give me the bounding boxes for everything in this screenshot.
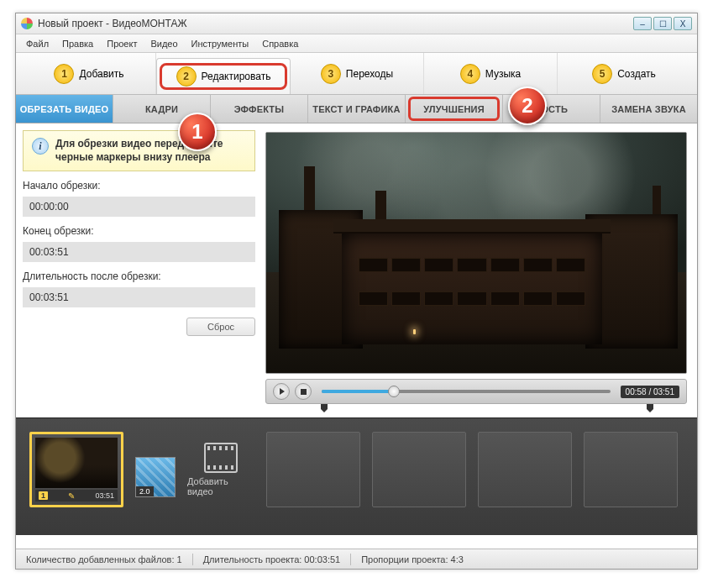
menu-file[interactable]: Файл bbox=[19, 37, 55, 50]
step-num-icon: 5 bbox=[592, 64, 612, 84]
sub-tabs: ОБРЕЗАТЬ ВИДЕО КАДРИ ЭФФЕКТЫ ТЕКСТ И ГРА… bbox=[16, 95, 697, 123]
trim-duration-label: Длительность после обрезки: bbox=[23, 270, 255, 282]
menu-project[interactable]: Проект bbox=[100, 37, 144, 50]
reset-button[interactable]: Сброс bbox=[186, 318, 255, 336]
annotation-callout-2: 2 bbox=[508, 87, 547, 125]
menu-tools[interactable]: Инструменты bbox=[185, 37, 256, 50]
clip-duration: 03:51 bbox=[95, 491, 114, 500]
timeline-empty-slot[interactable] bbox=[372, 432, 466, 507]
step-music[interactable]: 4 Музыка bbox=[424, 53, 558, 94]
tab-label: КАДРИ bbox=[145, 104, 178, 114]
timeline-empty-slot[interactable] bbox=[266, 432, 360, 507]
play-button[interactable] bbox=[273, 383, 290, 400]
app-icon bbox=[21, 18, 33, 29]
time-display: 00:58 / 03:51 bbox=[621, 386, 679, 398]
trim-markers bbox=[321, 404, 653, 414]
statusbar: Количество добавленных файлов: 1 Длитель… bbox=[16, 549, 697, 569]
clip-index: 1 bbox=[39, 491, 48, 500]
step-edit[interactable]: 2 Редактировать bbox=[156, 58, 291, 94]
stop-button[interactable] bbox=[295, 383, 312, 400]
maximize-button[interactable]: ☐ bbox=[653, 17, 672, 30]
trim-marker-end[interactable] bbox=[647, 404, 653, 412]
trim-duration-value: 00:03:51 bbox=[23, 287, 255, 307]
step-create[interactable]: 5 Создать bbox=[558, 53, 690, 94]
step-add[interactable]: 1 Добавить bbox=[23, 53, 156, 94]
seek-head[interactable] bbox=[388, 386, 400, 397]
trim-end-value[interactable]: 00:03:51 bbox=[23, 242, 255, 262]
minimize-button[interactable]: – bbox=[633, 17, 652, 30]
step-label: Создать bbox=[617, 68, 656, 80]
trim-marker-start[interactable] bbox=[321, 404, 328, 412]
tab-label: ЭФФЕКТЫ bbox=[234, 104, 285, 114]
info-box: i Для обрезки видео передвигайте черные … bbox=[23, 130, 255, 171]
step-num-icon: 4 bbox=[460, 64, 480, 84]
seek-track[interactable] bbox=[322, 390, 611, 393]
stop-icon bbox=[301, 389, 307, 395]
add-video-label: Добавить видео bbox=[187, 476, 254, 496]
play-icon bbox=[280, 388, 285, 395]
transition-cell[interactable]: 2.0 bbox=[135, 457, 176, 497]
tab-effects[interactable]: ЭФФЕКТЫ bbox=[211, 95, 308, 123]
info-text: Для обрезки видео передвигайте черные ма… bbox=[55, 138, 246, 164]
player-controls: 00:58 / 03:51 bbox=[265, 379, 687, 404]
trim-end-label: Конец обрезки: bbox=[23, 225, 255, 237]
tab-enhancements[interactable]: УЛУЧШЕНИЯ bbox=[406, 95, 503, 123]
tab-label: УЛУЧШЕНИЯ bbox=[423, 104, 485, 114]
video-preview bbox=[265, 132, 687, 374]
timeline-clip[interactable]: 1 ✎ 03:51 bbox=[29, 432, 123, 507]
tab-text-graphics[interactable]: ТЕКСТ И ГРАФИКА bbox=[308, 95, 406, 123]
info-icon: i bbox=[32, 138, 49, 155]
titlebar: Новый проект - ВидеоМОНТАЖ – ☐ X bbox=[16, 13, 697, 34]
step-label: Редактировать bbox=[202, 71, 271, 82]
timeline-empty-slot[interactable] bbox=[478, 432, 572, 507]
film-icon bbox=[204, 443, 238, 473]
step-label: Добавить bbox=[79, 68, 123, 80]
add-video-button[interactable]: Добавить видео bbox=[187, 432, 254, 507]
status-project-duration: Длительность проекта: 00:03:51 bbox=[193, 554, 351, 564]
tab-label: ЗАМЕНА ЗВУКА bbox=[611, 104, 686, 114]
status-file-count: Количество добавленных файлов: 1 bbox=[16, 554, 192, 564]
tab-label: ТЕКСТ И ГРАФИКА bbox=[312, 104, 400, 114]
step-num-icon: 1 bbox=[54, 64, 74, 84]
trim-panel: i Для обрезки видео передвигайте черные … bbox=[16, 123, 262, 417]
pencil-icon: ✎ bbox=[68, 491, 75, 501]
tab-label: ОБРЕЗАТЬ ВИДЕО bbox=[20, 104, 109, 114]
timeline: 1 ✎ 03:51 2.0 Добавить видео bbox=[16, 417, 697, 535]
tab-replace-audio[interactable]: ЗАМЕНА ЗВУКА bbox=[600, 95, 697, 123]
step-label: Музыка bbox=[485, 68, 521, 80]
menu-edit[interactable]: Правка bbox=[55, 37, 100, 50]
transition-duration: 2.0 bbox=[136, 486, 154, 496]
preview-panel: 00:58 / 03:51 bbox=[262, 123, 697, 417]
menu-help[interactable]: Справка bbox=[255, 37, 305, 50]
trim-start-label: Начало обрезки: bbox=[23, 180, 255, 192]
timeline-empty-slot[interactable] bbox=[584, 432, 678, 507]
trim-start-value[interactable]: 00:00:00 bbox=[23, 197, 255, 217]
annotation-callout-1: 1 bbox=[178, 113, 217, 151]
close-button[interactable]: X bbox=[674, 17, 692, 30]
menu-video[interactable]: Видео bbox=[144, 37, 184, 50]
steps-strip: 1 Добавить 2 Редактировать 3 Переходы 4 … bbox=[16, 53, 697, 95]
window-title: Новый проект - ВидеоМОНТАЖ bbox=[38, 18, 187, 29]
step-num-icon: 2 bbox=[176, 66, 197, 87]
step-transitions[interactable]: 3 Переходы bbox=[291, 53, 424, 94]
status-aspect-ratio: Пропорции проекта: 4:3 bbox=[351, 554, 474, 564]
tab-trim-video[interactable]: ОБРЕЗАТЬ ВИДЕО bbox=[16, 95, 113, 123]
step-label: Переходы bbox=[346, 68, 393, 80]
menubar: Файл Правка Проект Видео Инструменты Спр… bbox=[16, 34, 697, 53]
clip-thumbnail bbox=[35, 438, 118, 488]
step-num-icon: 3 bbox=[321, 64, 341, 84]
